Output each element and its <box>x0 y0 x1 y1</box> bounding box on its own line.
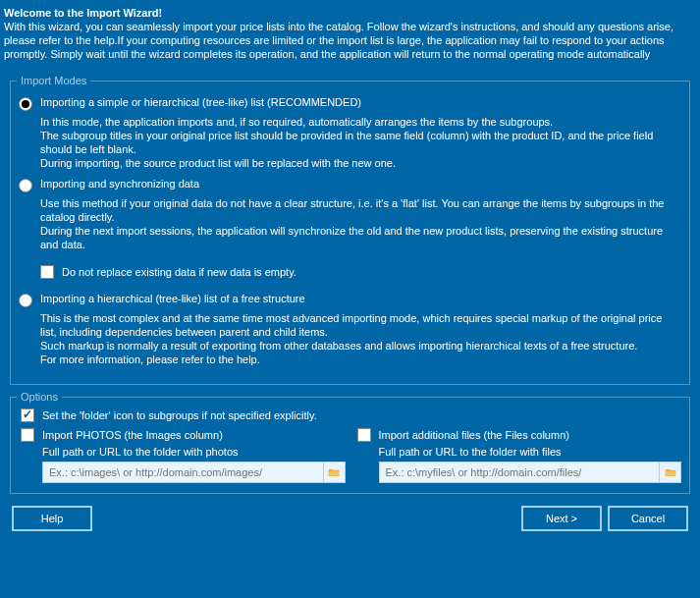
import-photos-label: Import PHOTOS (the Images column) <box>42 429 223 441</box>
mode-sync-block: Importing and synchronizing data Use thi… <box>19 178 681 279</box>
wizard-header: Welcome to the Import Wizard! With this … <box>0 0 700 69</box>
mode-simple-block: Importing a simple or hierarchical (tree… <box>19 96 681 170</box>
import-modes-legend: Import Modes <box>17 75 90 86</box>
import-files-row[interactable]: Import additional files (the Files colum… <box>357 428 682 442</box>
options-group: Options Set the 'folder' icon to subgrou… <box>10 391 690 494</box>
files-path-label: Full path or URL to the folder with file… <box>379 446 682 458</box>
wizard-description: With this wizard, you can seamlessly imp… <box>4 20 690 61</box>
mode-simple-radio[interactable] <box>19 97 32 111</box>
mode-free-desc: This is the most complex and at the same… <box>40 311 677 366</box>
next-button[interactable]: Next > <box>521 506 602 531</box>
help-button[interactable]: Help <box>12 506 92 531</box>
folder-icon-checkbox[interactable] <box>21 408 34 422</box>
import-files-label: Import additional files (the Files colum… <box>379 429 569 441</box>
import-photos-row[interactable]: Import PHOTOS (the Images column) <box>21 428 346 442</box>
do-not-replace-label: Do not replace existing data if new data… <box>62 266 296 278</box>
files-column: Import additional files (the Files colum… <box>355 424 682 483</box>
folder-icon <box>665 467 676 477</box>
folder-icon-row[interactable]: Set the 'folder' icon to subgroups if no… <box>21 408 689 422</box>
cancel-button[interactable]: Cancel <box>608 506 688 531</box>
do-not-replace-checkbox[interactable] <box>40 265 54 279</box>
mode-sync-label[interactable]: Importing and synchronizing data <box>40 178 199 190</box>
mode-sync-radio[interactable] <box>19 179 32 192</box>
files-path-input[interactable] <box>379 462 661 483</box>
wizard-title: Welcome to the Import Wizard! <box>4 6 690 20</box>
mode-simple-desc: In this mode, the application imports an… <box>40 115 677 170</box>
folder-icon <box>328 467 340 477</box>
mode-free-radio[interactable] <box>19 294 32 307</box>
photos-column: Import PHOTOS (the Images column) Full p… <box>19 424 346 483</box>
mode-free-label[interactable]: Importing a hierarchical (tree-like) lis… <box>40 293 305 304</box>
photos-path-input[interactable] <box>42 462 324 483</box>
do-not-replace-row[interactable]: Do not replace existing data if new data… <box>40 265 681 279</box>
options-legend: Options <box>17 391 62 403</box>
import-modes-group: Import Modes Importing a simple or hiera… <box>10 75 690 385</box>
mode-simple-label[interactable]: Importing a simple or hierarchical (tree… <box>40 96 361 108</box>
button-bar: Help Next > Cancel <box>0 500 700 539</box>
photos-browse-button[interactable] <box>324 462 346 483</box>
import-files-checkbox[interactable] <box>357 428 371 442</box>
files-browse-button[interactable] <box>660 462 681 483</box>
folder-icon-label: Set the 'folder' icon to subgroups if no… <box>42 409 317 421</box>
import-photos-checkbox[interactable] <box>21 428 34 442</box>
mode-sync-desc: Use this method if your original data do… <box>40 196 677 251</box>
mode-free-block: Importing a hierarchical (tree-like) lis… <box>19 293 681 366</box>
photos-path-label: Full path or URL to the folder with phot… <box>42 446 346 458</box>
